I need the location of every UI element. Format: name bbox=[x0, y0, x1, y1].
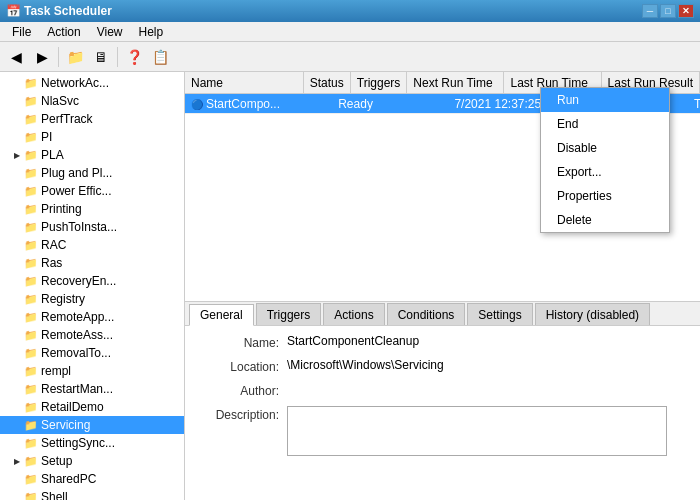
context-menu-item-disable[interactable]: Disable bbox=[541, 136, 669, 160]
sidebar-item-sharedpc[interactable]: 📁SharedPC bbox=[0, 470, 184, 488]
folder-icon: 📁 bbox=[24, 347, 38, 360]
folder-icon: 📁 bbox=[24, 401, 38, 414]
context-menu-item-end[interactable]: End bbox=[541, 112, 669, 136]
sidebar-item-label: rempl bbox=[41, 364, 71, 378]
tab-historydisabled[interactable]: History (disabled) bbox=[535, 303, 650, 325]
toolbar: ◀ ▶ 📁 🖥 ❓ 📋 bbox=[0, 42, 700, 72]
sidebar-item-powereffic[interactable]: 📁Power Effic... bbox=[0, 182, 184, 200]
sidebar-item-label: PI bbox=[41, 130, 52, 144]
properties-form: Name: StartComponentCleanup Location: \M… bbox=[185, 326, 700, 500]
folder-icon: 📁 bbox=[24, 113, 38, 126]
back-button[interactable]: ◀ bbox=[4, 45, 28, 69]
table-cell: 🔵StartCompo... bbox=[185, 96, 332, 112]
description-textarea[interactable] bbox=[287, 406, 667, 456]
sidebar-item-perftrack[interactable]: 📁PerfTrack bbox=[0, 110, 184, 128]
sidebar-item-rac[interactable]: 📁RAC bbox=[0, 236, 184, 254]
table-cell: Ready bbox=[332, 96, 388, 112]
sidebar-item-label: RestartMan... bbox=[41, 382, 113, 396]
sidebar-item-retaildemo[interactable]: 📁RetailDemo bbox=[0, 398, 184, 416]
folder-icon: 📁 bbox=[24, 185, 38, 198]
folder-icon: 📁 bbox=[24, 365, 38, 378]
context-menu-item-properties[interactable]: Properties bbox=[541, 184, 669, 208]
context-menu-item-run[interactable]: Run bbox=[541, 88, 669, 112]
sidebar-item-label: Registry bbox=[41, 292, 85, 306]
sidebar-item-label: SharedPC bbox=[41, 472, 96, 486]
context-menu-item-export[interactable]: Export... bbox=[541, 160, 669, 184]
folder-icon: 📁 bbox=[24, 437, 38, 450]
menu-action[interactable]: Action bbox=[39, 23, 88, 41]
author-label: Author: bbox=[197, 382, 287, 398]
sidebar-item-shell[interactable]: 📁Shell bbox=[0, 488, 184, 500]
sidebar-item-label: Shell bbox=[41, 490, 68, 500]
sidebar-item-pla[interactable]: ▶📁PLA bbox=[0, 146, 184, 164]
help-button[interactable]: ❓ bbox=[122, 45, 146, 69]
sidebar-item-remoteapp[interactable]: 📁RemoteApp... bbox=[0, 308, 184, 326]
menu-file[interactable]: File bbox=[4, 23, 39, 41]
sidebar-item-pushtoinsta[interactable]: 📁PushToInsta... bbox=[0, 218, 184, 236]
tab-triggers[interactable]: Triggers bbox=[256, 303, 322, 325]
folder-icon: 📁 bbox=[24, 95, 38, 108]
forward-button[interactable]: ▶ bbox=[30, 45, 54, 69]
sidebar-item-label: SettingSync... bbox=[41, 436, 115, 450]
folder-icon: 📁 bbox=[24, 293, 38, 306]
sidebar-item-nlasvc[interactable]: 📁NlaSvc bbox=[0, 92, 184, 110]
folder-icon: 📁 bbox=[24, 491, 38, 501]
folder-icon: 📁 bbox=[24, 473, 38, 486]
sidebar-item-settingsync[interactable]: 📁SettingSync... bbox=[0, 434, 184, 452]
context-menu: RunEndDisableExport...PropertiesDelete bbox=[540, 87, 670, 233]
sidebar-item-recoveryen[interactable]: 📁RecoveryEn... bbox=[0, 272, 184, 290]
folder-icon: 📁 bbox=[24, 167, 38, 180]
maximize-button[interactable]: □ bbox=[660, 4, 676, 18]
col-next-run[interactable]: Next Run Time bbox=[407, 72, 504, 93]
col-name[interactable]: Name bbox=[185, 72, 304, 93]
folder-icon: 📁 bbox=[24, 77, 38, 90]
description-row: Description: bbox=[197, 406, 688, 456]
tab-settings[interactable]: Settings bbox=[467, 303, 532, 325]
folder-icon: 📁 bbox=[24, 149, 38, 162]
tab-conditions[interactable]: Conditions bbox=[387, 303, 466, 325]
sidebar-tree[interactable]: 📁NetworkAc... 📁NlaSvc 📁PerfTrack 📁PI▶📁PL… bbox=[0, 72, 185, 500]
sidebar-item-label: RecoveryEn... bbox=[41, 274, 116, 288]
expand-arrow: ▶ bbox=[14, 151, 24, 160]
details-panel: GeneralTriggersActionsConditionsSettings… bbox=[185, 302, 700, 500]
open-folder-button[interactable]: 📁 bbox=[63, 45, 87, 69]
close-button[interactable]: ✕ bbox=[678, 4, 694, 18]
context-menu-item-delete[interactable]: Delete bbox=[541, 208, 669, 232]
col-status[interactable]: Status bbox=[304, 72, 351, 93]
task-list: Name Status Triggers Next Run Time Last … bbox=[185, 72, 700, 302]
sidebar-item-printing[interactable]: 📁Printing bbox=[0, 200, 184, 218]
sidebar-item-rempl[interactable]: 📁rempl bbox=[0, 362, 184, 380]
sidebar-item-removalto[interactable]: 📁RemovalTo... bbox=[0, 344, 184, 362]
sidebar-item-label: Printing bbox=[41, 202, 82, 216]
folder-icon: 📁 bbox=[24, 257, 38, 270]
col-triggers[interactable]: Triggers bbox=[351, 72, 408, 93]
sidebar-item-registry[interactable]: 📁Registry bbox=[0, 290, 184, 308]
sidebar-item-label: PLA bbox=[41, 148, 64, 162]
folder-icon: 📁 bbox=[24, 203, 38, 216]
sidebar-item-servicing[interactable]: 📁Servicing bbox=[0, 416, 184, 434]
task-status-icon: 🔵 bbox=[191, 99, 203, 110]
tab-actions[interactable]: Actions bbox=[323, 303, 384, 325]
tab-general[interactable]: General bbox=[189, 304, 254, 326]
location-label: Location: bbox=[197, 358, 287, 374]
name-row: Name: StartComponentCleanup bbox=[197, 334, 688, 350]
app-title: Task Scheduler bbox=[24, 4, 642, 18]
sidebar-item-remoteass[interactable]: 📁RemoteAss... bbox=[0, 326, 184, 344]
folder-icon: 📁 bbox=[24, 455, 38, 468]
copy-button[interactable]: 📋 bbox=[148, 45, 172, 69]
sidebar-item-restartman[interactable]: 📁RestartMan... bbox=[0, 380, 184, 398]
menu-help[interactable]: Help bbox=[131, 23, 172, 41]
sidebar-item-pi[interactable]: 📁PI bbox=[0, 128, 184, 146]
toolbar-separator2 bbox=[117, 47, 118, 67]
sidebar-item-plugandpl[interactable]: 📁Plug and Pl... bbox=[0, 164, 184, 182]
sidebar-item-networkac[interactable]: 📁NetworkAc... bbox=[0, 74, 184, 92]
app-icon: 📅 bbox=[6, 4, 20, 18]
menu-view[interactable]: View bbox=[89, 23, 131, 41]
minimize-button[interactable]: ─ bbox=[642, 4, 658, 18]
sidebar-item-label: NetworkAc... bbox=[41, 76, 109, 90]
computer-button[interactable]: 🖥 bbox=[89, 45, 113, 69]
sidebar-item-label: RetailDemo bbox=[41, 400, 104, 414]
sidebar-item-label: Servicing bbox=[41, 418, 90, 432]
sidebar-item-setup[interactable]: ▶📁Setup bbox=[0, 452, 184, 470]
sidebar-item-ras[interactable]: 📁Ras bbox=[0, 254, 184, 272]
